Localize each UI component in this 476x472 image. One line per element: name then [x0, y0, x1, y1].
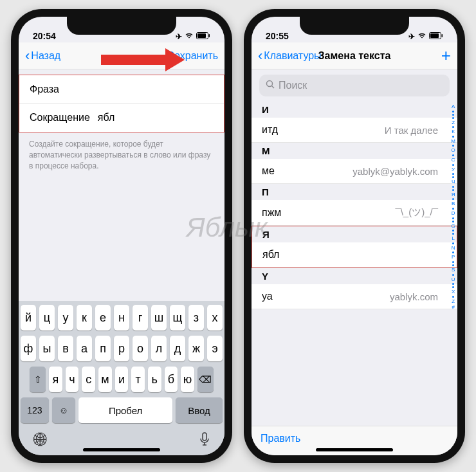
list-item[interactable]: уаyablyk.com: [252, 284, 457, 309]
index-char[interactable]: [452, 264, 454, 266]
key-з[interactable]: з: [188, 305, 204, 331]
index-char[interactable]: [452, 114, 454, 116]
index-char[interactable]: [452, 145, 454, 147]
search-input[interactable]: Поиск: [259, 75, 450, 96]
index-char[interactable]: [452, 296, 454, 298]
key-щ[interactable]: щ: [170, 305, 185, 331]
list-item[interactable]: меyablyk@yablyk.com: [252, 159, 457, 184]
key-у[interactable]: у: [58, 305, 73, 331]
key-с[interactable]: с: [82, 367, 95, 392]
index-char[interactable]: [452, 173, 454, 175]
key-л[interactable]: л: [151, 336, 167, 361]
index-char[interactable]: В: [452, 201, 455, 207]
index-char[interactable]: С: [452, 157, 455, 163]
section-index[interactable]: АZКМОСУЧЯВDGLNPSUXZ#: [451, 104, 455, 311]
index-char[interactable]: [452, 154, 454, 156]
key-х[interactable]: х: [207, 305, 223, 331]
emoji-key[interactable]: ☺: [52, 397, 75, 423]
index-char[interactable]: Я: [452, 192, 455, 198]
index-char[interactable]: P: [452, 254, 455, 260]
index-char[interactable]: [452, 176, 454, 178]
enter-key[interactable]: Ввод: [176, 397, 223, 423]
key-б[interactable]: б: [165, 367, 178, 392]
index-char[interactable]: [452, 217, 454, 219]
back-button[interactable]: ‹ Назад: [25, 48, 60, 64]
index-char[interactable]: S: [452, 267, 455, 273]
key-ц[interactable]: ц: [39, 305, 55, 331]
index-char[interactable]: [452, 251, 454, 253]
add-button[interactable]: +: [441, 46, 451, 66]
space-key[interactable]: Пробел: [78, 397, 172, 423]
index-char[interactable]: N: [452, 245, 455, 251]
key-р[interactable]: р: [114, 336, 129, 361]
index-char[interactable]: Ч: [452, 179, 455, 185]
index-char[interactable]: [452, 233, 454, 235]
index-char[interactable]: [452, 117, 454, 119]
list-item[interactable]: итдИ так далее: [252, 118, 457, 143]
index-char[interactable]: D: [452, 210, 455, 217]
key-д[interactable]: д: [170, 336, 185, 361]
key-о[interactable]: о: [133, 336, 148, 361]
list-item[interactable]: пжм¯\_(ツ)_/¯: [252, 200, 457, 226]
numbers-key[interactable]: 123: [21, 397, 49, 423]
index-char[interactable]: X: [452, 289, 455, 295]
home-indicator[interactable]: [83, 448, 160, 451]
key-ф[interactable]: ф: [21, 336, 36, 361]
index-char[interactable]: [452, 111, 454, 113]
list-item[interactable]: ябл: [252, 242, 457, 268]
index-char[interactable]: [452, 126, 454, 128]
key-и[interactable]: и: [115, 367, 129, 392]
index-char[interactable]: [452, 274, 454, 276]
key-т[interactable]: т: [131, 367, 145, 392]
index-char[interactable]: А: [452, 104, 455, 110]
index-char[interactable]: L: [452, 235, 454, 242]
backspace-key[interactable]: ⌫: [197, 367, 214, 392]
index-char[interactable]: Z: [452, 298, 455, 305]
key-я[interactable]: я: [49, 367, 62, 392]
key-ж[interactable]: ж: [188, 336, 204, 361]
key-м[interactable]: м: [98, 367, 112, 392]
key-ы[interactable]: ы: [39, 336, 55, 361]
index-char[interactable]: G: [452, 223, 455, 230]
shortcut-row[interactable]: Сокращение ябл: [19, 104, 224, 132]
index-char[interactable]: [452, 221, 454, 222]
index-char[interactable]: Z: [452, 120, 455, 126]
index-char[interactable]: [452, 286, 454, 288]
index-char[interactable]: #: [452, 304, 454, 311]
index-char[interactable]: [452, 164, 454, 166]
key-а[interactable]: а: [77, 336, 92, 361]
phrase-row[interactable]: Фраза: [19, 75, 224, 104]
key-ю[interactable]: ю: [181, 367, 194, 392]
back-button[interactable]: ‹ Клавиатуры: [258, 48, 322, 64]
key-е[interactable]: е: [95, 305, 111, 331]
index-char[interactable]: [452, 189, 454, 191]
key-й[interactable]: й: [21, 305, 36, 331]
globe-icon[interactable]: 🌐︎: [33, 432, 48, 450]
index-char[interactable]: [452, 136, 454, 138]
home-indicator[interactable]: [316, 448, 393, 451]
index-char[interactable]: [452, 283, 454, 285]
index-char[interactable]: К: [452, 129, 455, 135]
key-ь[interactable]: ь: [148, 367, 161, 392]
key-ш[interactable]: ш: [151, 305, 167, 331]
mic-icon[interactable]: [199, 432, 210, 450]
index-char[interactable]: М: [451, 138, 455, 145]
key-э[interactable]: э: [207, 336, 223, 361]
index-char[interactable]: У: [452, 167, 455, 173]
key-к[interactable]: к: [77, 305, 92, 331]
index-char[interactable]: [452, 242, 454, 244]
key-в[interactable]: в: [58, 336, 73, 361]
shift-key[interactable]: ⇧: [30, 367, 46, 392]
index-char[interactable]: [452, 198, 454, 200]
index-char[interactable]: [452, 230, 454, 231]
index-char[interactable]: [452, 208, 454, 210]
edit-button[interactable]: Править: [261, 433, 300, 444]
index-char[interactable]: U: [452, 277, 455, 283]
index-char[interactable]: [452, 261, 454, 263]
key-п[interactable]: п: [95, 336, 111, 361]
key-н[interactable]: н: [114, 305, 129, 331]
key-г[interactable]: г: [133, 305, 148, 331]
index-char[interactable]: [452, 186, 454, 188]
key-ч[interactable]: ч: [66, 367, 79, 392]
index-char[interactable]: О: [452, 147, 455, 154]
